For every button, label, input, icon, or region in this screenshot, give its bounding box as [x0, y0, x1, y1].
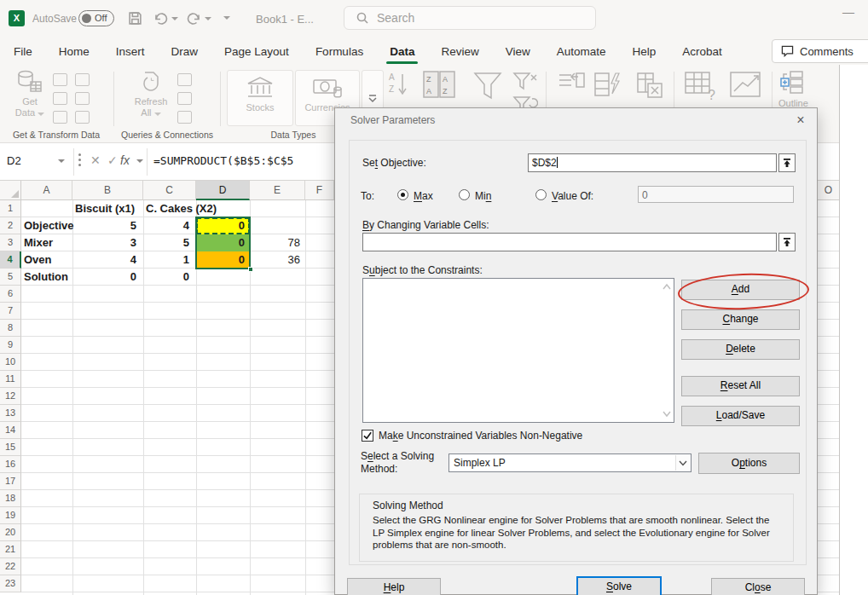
get-data-button[interactable]: GetData	[9, 70, 51, 118]
value-of-input[interactable]: 0	[638, 186, 794, 203]
what-if-analysis-button[interactable]: ?	[682, 71, 721, 104]
column-header-o[interactable]: O	[817, 181, 839, 200]
cell-e3[interactable]: 78	[250, 234, 300, 251]
value-of-radio[interactable]	[535, 189, 547, 200]
row-header-3[interactable]: 3	[0, 234, 21, 251]
changing-cells-input[interactable]	[362, 233, 777, 251]
row-header-1[interactable]: 1	[0, 200, 21, 217]
enter-icon[interactable]: ✓	[107, 153, 118, 167]
menu-tab-draw[interactable]: Draw	[170, 45, 200, 58]
excel-app-icon[interactable]: X	[9, 10, 25, 26]
from-picture-icon[interactable]	[75, 111, 90, 124]
row-header-13[interactable]: 13	[0, 405, 21, 422]
scroll-down-icon[interactable]	[662, 408, 672, 419]
set-objective-input[interactable]: $D$2	[528, 153, 777, 172]
properties-icon[interactable]	[177, 92, 192, 105]
min-radio-label[interactable]: Min	[475, 190, 491, 202]
row-header-22[interactable]: 22	[0, 558, 21, 575]
menu-tab-formulas[interactable]: Formulas	[314, 45, 365, 58]
remove-duplicates-button[interactable]	[634, 72, 667, 103]
cell-c1[interactable]: C. Cakes (X2)	[146, 200, 248, 217]
stocks-button[interactable]: Stocks	[227, 70, 293, 126]
cell-c2[interactable]: 4	[143, 217, 189, 234]
sort-dialog-button[interactable]: ZA AZ	[421, 70, 457, 101]
cell-d4[interactable]: 0	[196, 251, 245, 269]
non-negative-label[interactable]: Make Unconstrained Variables Non-Negativ…	[379, 430, 582, 442]
fx-dropdown-icon[interactable]	[136, 159, 143, 163]
menu-tab-insert[interactable]: Insert	[114, 45, 147, 58]
search-input[interactable]	[377, 11, 547, 25]
from-text-csv-icon[interactable]	[53, 73, 67, 86]
combo-dropdown-button[interactable]	[675, 455, 690, 471]
cell-b3[interactable]: 3	[72, 234, 136, 251]
cell-a3[interactable]: Mixer	[24, 234, 75, 251]
cell-d3[interactable]: 0	[196, 234, 245, 251]
cell-b4[interactable]: 4	[72, 251, 136, 269]
menu-tab-review[interactable]: Review	[439, 45, 480, 58]
cell-c4[interactable]: 1	[143, 251, 189, 269]
redo-dropdown-icon[interactable]	[205, 17, 211, 20]
from-web-icon[interactable]	[53, 92, 67, 105]
column-header-d[interactable]: D	[196, 181, 250, 200]
solving-method-select[interactable]: Simplex LP	[448, 453, 692, 472]
cancel-icon[interactable]: ✕	[90, 153, 101, 167]
row-header-20[interactable]: 20	[0, 524, 21, 541]
menu-tab-view[interactable]: View	[504, 45, 532, 58]
row-header-18[interactable]: 18	[0, 490, 21, 507]
delete-button[interactable]: Delete	[681, 339, 800, 360]
menu-tab-data[interactable]: Data	[388, 45, 416, 58]
row-header-17[interactable]: 17	[0, 473, 21, 490]
min-radio[interactable]	[459, 189, 470, 200]
max-radio[interactable]	[397, 189, 408, 200]
minimize-icon[interactable]: —	[842, 5, 854, 19]
formula-bar-options-icon[interactable]	[78, 153, 81, 166]
text-to-columns-button[interactable]	[554, 72, 588, 103]
column-header-a[interactable]: A	[21, 181, 72, 200]
column-header-e[interactable]: E	[250, 181, 305, 200]
select-all-corner[interactable]	[0, 181, 21, 200]
save-icon[interactable]	[128, 11, 142, 29]
row-header-7[interactable]: 7	[0, 303, 21, 320]
autosave-toggle[interactable]: Off	[78, 10, 114, 26]
non-negative-checkbox[interactable]	[362, 430, 373, 442]
recent-sources-icon[interactable]	[75, 73, 90, 86]
solve-button[interactable]: Solve	[576, 576, 662, 595]
cell-a4[interactable]: Oven	[24, 251, 75, 269]
fill-handle[interactable]	[248, 267, 253, 272]
column-header-f[interactable]: F	[305, 181, 334, 200]
flash-fill-button[interactable]	[592, 72, 622, 103]
forecast-sheet-button[interactable]	[727, 71, 767, 104]
sort-az-button[interactable]: AZ	[385, 72, 411, 100]
formula-input[interactable]: =SUMPRODUCT($B$5:$C$5	[153, 154, 293, 167]
menu-tab-acrobat[interactable]: Acrobat	[680, 45, 724, 58]
reset-all-button[interactable]: Reset All	[681, 376, 800, 396]
row-header-23[interactable]: 23	[0, 575, 21, 592]
row-header-5[interactable]: 5	[0, 269, 21, 286]
name-box[interactable]: D2	[7, 154, 21, 167]
search-box[interactable]	[344, 6, 596, 30]
outline-button[interactable]: Outline	[778, 70, 807, 109]
sheet-grid-right[interactable]	[817, 200, 839, 595]
cell-c3[interactable]: 5	[143, 234, 189, 251]
menu-tab-home[interactable]: Home	[57, 45, 91, 58]
row-header-2[interactable]: 2	[0, 217, 21, 234]
objective-range-picker-button[interactable]	[778, 153, 796, 172]
redo-icon[interactable]	[186, 11, 201, 29]
cell-b2[interactable]: 5	[72, 217, 136, 234]
column-header-b[interactable]: B	[72, 181, 143, 200]
row-header-8[interactable]: 8	[0, 320, 21, 337]
cell-a5[interactable]: Solution	[24, 269, 75, 286]
queries-connections-icon[interactable]	[177, 73, 192, 86]
row-header-15[interactable]: 15	[0, 439, 21, 456]
cell-a2[interactable]: Objective	[24, 217, 75, 234]
existing-connections-icon[interactable]	[75, 92, 90, 105]
from-table-range-icon[interactable]	[53, 111, 67, 124]
undo-dropdown-icon[interactable]	[171, 17, 178, 20]
row-header-19[interactable]: 19	[0, 507, 21, 524]
menu-tab-page-layout[interactable]: Page Layout	[223, 45, 291, 58]
load-save-button[interactable]: Load/Save	[681, 406, 800, 426]
undo-icon[interactable]	[153, 11, 169, 29]
row-header-14[interactable]: 14	[0, 422, 21, 439]
clear-filter-button[interactable]	[512, 72, 539, 95]
cell-d2[interactable]: 0	[196, 217, 245, 234]
